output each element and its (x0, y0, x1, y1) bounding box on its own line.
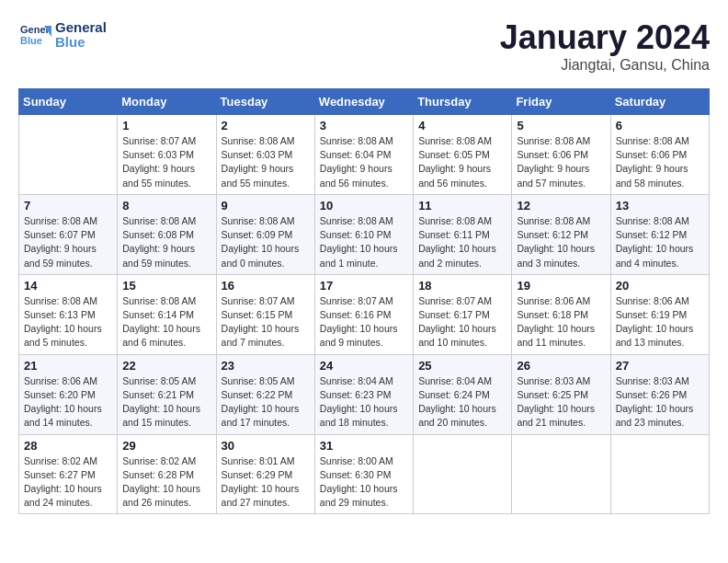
day-info: Sunrise: 8:08 AM Sunset: 6:08 PM Dayligh… (122, 214, 210, 270)
calendar-cell: 2Sunrise: 8:08 AM Sunset: 6:03 PM Daylig… (216, 115, 314, 195)
day-number: 11 (418, 199, 506, 213)
weekday-header: Monday (118, 89, 216, 115)
day-number: 3 (320, 119, 408, 132)
day-number: 19 (517, 279, 605, 293)
calendar-cell (414, 434, 512, 514)
logo-general: General (55, 20, 107, 36)
day-number: 21 (24, 359, 112, 373)
calendar-cell: 28Sunrise: 8:02 AM Sunset: 6:27 PM Dayli… (19, 434, 118, 514)
calendar-cell: 25Sunrise: 8:04 AM Sunset: 6:24 PM Dayli… (414, 354, 512, 434)
calendar-cell: 8Sunrise: 8:08 AM Sunset: 6:08 PM Daylig… (118, 194, 216, 274)
day-info: Sunrise: 8:02 AM Sunset: 6:28 PM Dayligh… (122, 454, 210, 511)
calendar-cell: 21Sunrise: 8:06 AM Sunset: 6:20 PM Dayli… (19, 354, 118, 434)
day-number: 20 (616, 279, 704, 293)
location: Jiangtai, Gansu, China (500, 57, 710, 74)
day-info: Sunrise: 8:07 AM Sunset: 6:17 PM Dayligh… (418, 294, 506, 350)
calendar-week-row: 21Sunrise: 8:06 AM Sunset: 6:20 PM Dayli… (19, 354, 710, 434)
day-info: Sunrise: 8:08 AM Sunset: 6:05 PM Dayligh… (418, 134, 506, 190)
calendar-cell: 18Sunrise: 8:07 AM Sunset: 6:17 PM Dayli… (414, 274, 512, 354)
calendar-header: SundayMondayTuesdayWednesdayThursdayFrid… (19, 89, 710, 115)
calendar-cell: 3Sunrise: 8:08 AM Sunset: 6:04 PM Daylig… (314, 115, 413, 195)
calendar-body: 1Sunrise: 8:07 AM Sunset: 6:03 PM Daylig… (19, 115, 710, 514)
day-number: 25 (418, 359, 506, 373)
weekday-header: Friday (512, 89, 610, 115)
calendar-cell: 1Sunrise: 8:07 AM Sunset: 6:03 PM Daylig… (118, 115, 216, 195)
day-number: 30 (222, 439, 310, 453)
day-info: Sunrise: 8:07 AM Sunset: 6:16 PM Dayligh… (320, 294, 408, 350)
calendar-cell: 7Sunrise: 8:08 AM Sunset: 6:07 PM Daylig… (19, 194, 118, 274)
calendar-cell: 24Sunrise: 8:04 AM Sunset: 6:23 PM Dayli… (314, 354, 413, 434)
calendar-cell: 29Sunrise: 8:02 AM Sunset: 6:28 PM Dayli… (118, 434, 216, 514)
calendar-week-row: 28Sunrise: 8:02 AM Sunset: 6:27 PM Dayli… (19, 434, 710, 514)
logo-blue: Blue (55, 35, 107, 51)
calendar-cell: 14Sunrise: 8:08 AM Sunset: 6:13 PM Dayli… (19, 274, 118, 354)
day-number: 18 (418, 279, 506, 293)
day-number: 10 (320, 199, 408, 213)
day-info: Sunrise: 8:08 AM Sunset: 6:03 PM Dayligh… (222, 134, 310, 190)
logo-icon: General Blue (18, 18, 51, 52)
calendar-cell (512, 434, 610, 514)
day-info: Sunrise: 8:03 AM Sunset: 6:26 PM Dayligh… (616, 374, 704, 431)
day-info: Sunrise: 8:07 AM Sunset: 6:03 PM Dayligh… (122, 134, 210, 190)
day-number: 15 (122, 279, 210, 293)
month-title: January 2024 (500, 18, 710, 57)
day-info: Sunrise: 8:00 AM Sunset: 6:30 PM Dayligh… (320, 454, 408, 511)
day-number: 23 (222, 359, 310, 373)
calendar-cell: 31Sunrise: 8:00 AM Sunset: 6:30 PM Dayli… (314, 434, 413, 514)
day-number: 24 (320, 359, 408, 373)
calendar-cell: 17Sunrise: 8:07 AM Sunset: 6:16 PM Dayli… (314, 274, 413, 354)
day-info: Sunrise: 8:08 AM Sunset: 6:07 PM Dayligh… (24, 214, 112, 270)
calendar-cell: 19Sunrise: 8:06 AM Sunset: 6:18 PM Dayli… (512, 274, 610, 354)
calendar-week-row: 7Sunrise: 8:08 AM Sunset: 6:07 PM Daylig… (19, 194, 710, 274)
weekday-header: Wednesday (314, 89, 413, 115)
day-info: Sunrise: 8:02 AM Sunset: 6:27 PM Dayligh… (24, 454, 112, 511)
day-number: 27 (616, 359, 704, 373)
weekday-header: Saturday (610, 89, 709, 115)
day-info: Sunrise: 8:07 AM Sunset: 6:15 PM Dayligh… (222, 294, 310, 350)
day-info: Sunrise: 8:08 AM Sunset: 6:09 PM Dayligh… (222, 214, 310, 270)
calendar-cell: 16Sunrise: 8:07 AM Sunset: 6:15 PM Dayli… (216, 274, 314, 354)
logo: General Blue General Blue (18, 18, 107, 52)
weekday-header: Tuesday (216, 89, 314, 115)
day-number: 1 (122, 119, 210, 132)
day-info: Sunrise: 8:08 AM Sunset: 6:11 PM Dayligh… (418, 214, 506, 270)
day-info: Sunrise: 8:06 AM Sunset: 6:19 PM Dayligh… (616, 294, 704, 350)
day-number: 17 (320, 279, 408, 293)
title-block: January 2024 Jiangtai, Gansu, China (500, 18, 710, 74)
day-info: Sunrise: 8:01 AM Sunset: 6:29 PM Dayligh… (222, 454, 310, 511)
day-number: 4 (418, 119, 506, 132)
day-number: 22 (122, 359, 210, 373)
calendar-cell: 9Sunrise: 8:08 AM Sunset: 6:09 PM Daylig… (216, 194, 314, 274)
calendar-week-row: 14Sunrise: 8:08 AM Sunset: 6:13 PM Dayli… (19, 274, 710, 354)
svg-text:Blue: Blue (20, 35, 42, 46)
calendar-cell: 20Sunrise: 8:06 AM Sunset: 6:19 PM Dayli… (610, 274, 709, 354)
calendar-cell: 15Sunrise: 8:08 AM Sunset: 6:14 PM Dayli… (118, 274, 216, 354)
calendar-cell: 26Sunrise: 8:03 AM Sunset: 6:25 PM Dayli… (512, 354, 610, 434)
calendar-cell: 5Sunrise: 8:08 AM Sunset: 6:06 PM Daylig… (512, 115, 610, 195)
day-info: Sunrise: 8:06 AM Sunset: 6:18 PM Dayligh… (517, 294, 605, 350)
calendar-cell: 11Sunrise: 8:08 AM Sunset: 6:11 PM Dayli… (414, 194, 512, 274)
day-number: 28 (24, 439, 112, 453)
calendar-cell: 12Sunrise: 8:08 AM Sunset: 6:12 PM Dayli… (512, 194, 610, 274)
weekday-header: Thursday (414, 89, 512, 115)
day-number: 14 (24, 279, 112, 293)
day-info: Sunrise: 8:08 AM Sunset: 6:06 PM Dayligh… (616, 134, 704, 190)
day-number: 8 (122, 199, 210, 213)
day-number: 13 (616, 199, 704, 213)
day-info: Sunrise: 8:04 AM Sunset: 6:23 PM Dayligh… (320, 374, 408, 431)
day-info: Sunrise: 8:05 AM Sunset: 6:22 PM Dayligh… (222, 374, 310, 431)
day-number: 9 (222, 199, 310, 213)
day-info: Sunrise: 8:08 AM Sunset: 6:10 PM Dayligh… (320, 214, 408, 270)
day-number: 29 (122, 439, 210, 453)
calendar-cell (610, 434, 709, 514)
calendar-cell (19, 115, 118, 195)
day-info: Sunrise: 8:08 AM Sunset: 6:06 PM Dayligh… (517, 134, 605, 190)
calendar-cell: 22Sunrise: 8:05 AM Sunset: 6:21 PM Dayli… (118, 354, 216, 434)
calendar-cell: 6Sunrise: 8:08 AM Sunset: 6:06 PM Daylig… (610, 115, 709, 195)
calendar-cell: 30Sunrise: 8:01 AM Sunset: 6:29 PM Dayli… (216, 434, 314, 514)
page-header: General Blue General Blue January 2024 J… (18, 18, 710, 74)
calendar-cell: 27Sunrise: 8:03 AM Sunset: 6:26 PM Dayli… (610, 354, 709, 434)
day-info: Sunrise: 8:08 AM Sunset: 6:12 PM Dayligh… (616, 214, 704, 270)
day-number: 2 (222, 119, 310, 132)
day-number: 6 (616, 119, 704, 132)
